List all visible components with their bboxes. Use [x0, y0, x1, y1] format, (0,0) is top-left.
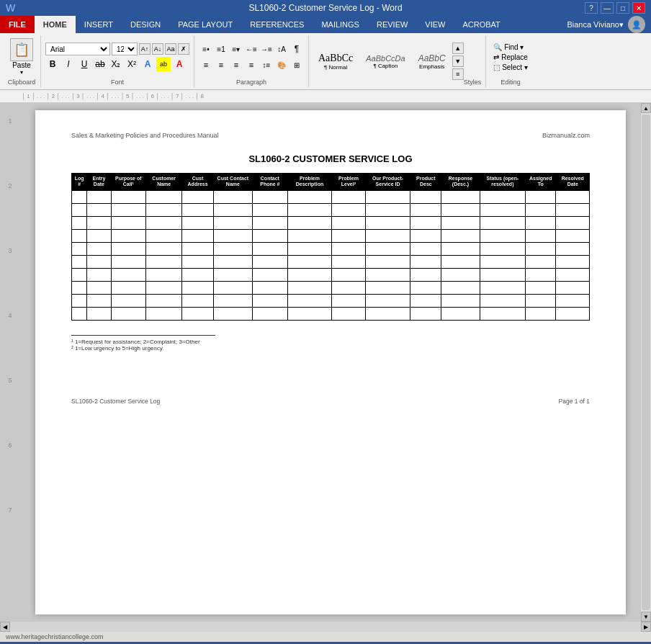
- table-cell[interactable]: [182, 229, 213, 242]
- change-case-button[interactable]: Aa: [165, 43, 176, 55]
- table-cell[interactable]: [253, 242, 288, 255]
- table-cell[interactable]: [111, 307, 145, 320]
- table-cell[interactable]: [253, 229, 288, 242]
- table-cell[interactable]: [287, 229, 332, 242]
- table-cell[interactable]: [213, 190, 252, 203]
- table-cell[interactable]: [111, 229, 145, 242]
- table-cell[interactable]: [72, 216, 87, 229]
- table-cell[interactable]: [480, 216, 525, 229]
- table-cell[interactable]: [556, 203, 590, 216]
- table-cell[interactable]: [410, 203, 441, 216]
- tab-page-layout[interactable]: PAGE LAYOUT: [169, 16, 241, 33]
- table-cell[interactable]: [287, 216, 332, 229]
- align-center-button[interactable]: ≡: [214, 58, 228, 72]
- table-cell[interactable]: [87, 294, 111, 307]
- table-cell[interactable]: [146, 281, 182, 294]
- table-cell[interactable]: [182, 216, 213, 229]
- table-cell[interactable]: [287, 190, 332, 203]
- table-cell[interactable]: [87, 216, 111, 229]
- table-cell[interactable]: [72, 307, 87, 320]
- table-cell[interactable]: [365, 216, 410, 229]
- table-cell[interactable]: [441, 203, 480, 216]
- numbering-button[interactable]: ≡1: [214, 42, 228, 56]
- table-cell[interactable]: [410, 268, 441, 281]
- table-cell[interactable]: [480, 281, 525, 294]
- table-cell[interactable]: [556, 255, 590, 268]
- table-cell[interactable]: [441, 294, 480, 307]
- table-cell[interactable]: [253, 203, 288, 216]
- table-cell[interactable]: [525, 229, 556, 242]
- table-cell[interactable]: [213, 307, 252, 320]
- bold-button[interactable]: B: [45, 57, 60, 71]
- align-left-button[interactable]: ≡: [199, 58, 213, 72]
- table-cell[interactable]: [287, 203, 332, 216]
- strikethrough-button[interactable]: ab: [93, 57, 107, 71]
- table-cell[interactable]: [332, 307, 365, 320]
- table-cell[interactable]: [480, 190, 525, 203]
- table-cell[interactable]: [525, 190, 556, 203]
- style-normal[interactable]: AaBbCc ¶ Normal: [313, 50, 358, 73]
- table-cell[interactable]: [87, 281, 111, 294]
- table-cell[interactable]: [253, 268, 288, 281]
- scroll-up-button[interactable]: ▲: [641, 103, 651, 113]
- table-cell[interactable]: [213, 229, 252, 242]
- table-cell[interactable]: [87, 242, 111, 255]
- table-cell[interactable]: [332, 203, 365, 216]
- table-cell[interactable]: [556, 307, 590, 320]
- table-cell[interactable]: [441, 307, 480, 320]
- table-cell[interactable]: [480, 229, 525, 242]
- table-cell[interactable]: [182, 255, 213, 268]
- table-cell[interactable]: [525, 203, 556, 216]
- tab-design[interactable]: DESIGN: [122, 16, 169, 33]
- table-cell[interactable]: [146, 190, 182, 203]
- table-cell[interactable]: [556, 268, 590, 281]
- help-button[interactable]: ?: [585, 2, 598, 14]
- table-cell[interactable]: [87, 190, 111, 203]
- table-cell[interactable]: [87, 229, 111, 242]
- line-spacing-button[interactable]: ↕≡: [259, 58, 274, 72]
- table-cell[interactable]: [72, 268, 87, 281]
- table-cell[interactable]: [146, 255, 182, 268]
- scroll-left-button[interactable]: ◀: [0, 622, 10, 632]
- table-cell[interactable]: [213, 281, 252, 294]
- replace-button[interactable]: ⇄ Replace: [490, 53, 531, 62]
- tab-home[interactable]: HOME: [35, 16, 76, 33]
- grow-font-button[interactable]: A↑: [139, 43, 151, 55]
- table-cell[interactable]: [441, 229, 480, 242]
- tab-references[interactable]: REFERENCES: [241, 16, 313, 33]
- increase-indent-button[interactable]: →≡: [259, 42, 274, 56]
- table-cell[interactable]: [525, 294, 556, 307]
- table-cell[interactable]: [525, 268, 556, 281]
- table-cell[interactable]: [525, 307, 556, 320]
- table-cell[interactable]: [410, 242, 441, 255]
- table-cell[interactable]: [111, 203, 145, 216]
- table-cell[interactable]: [287, 281, 332, 294]
- table-cell[interactable]: [72, 255, 87, 268]
- table-cell[interactable]: [72, 229, 87, 242]
- table-cell[interactable]: [365, 242, 410, 255]
- table-cell[interactable]: [332, 242, 365, 255]
- table-cell[interactable]: [556, 229, 590, 242]
- table-cell[interactable]: [213, 203, 252, 216]
- table-cell[interactable]: [410, 216, 441, 229]
- table-cell[interactable]: [441, 190, 480, 203]
- table-cell[interactable]: [111, 294, 145, 307]
- table-cell[interactable]: [556, 281, 590, 294]
- table-cell[interactable]: [111, 281, 145, 294]
- table-cell[interactable]: [253, 216, 288, 229]
- table-cell[interactable]: [410, 190, 441, 203]
- table-cell[interactable]: [287, 242, 332, 255]
- tab-review[interactable]: REVIEW: [368, 16, 416, 33]
- table-cell[interactable]: [365, 229, 410, 242]
- justify-button[interactable]: ≡: [244, 58, 259, 72]
- table-cell[interactable]: [410, 294, 441, 307]
- tab-insert[interactable]: INSERT: [76, 16, 122, 33]
- shading-button[interactable]: 🎨: [274, 58, 289, 72]
- styles-scroll-down[interactable]: ▼: [452, 55, 464, 67]
- table-cell[interactable]: [111, 268, 145, 281]
- table-cell[interactable]: [111, 242, 145, 255]
- paste-button[interactable]: 📋 Paste ▾: [7, 37, 36, 77]
- table-cell[interactable]: [480, 268, 525, 281]
- table-cell[interactable]: [213, 294, 252, 307]
- scroll-right-button[interactable]: ▶: [641, 622, 651, 632]
